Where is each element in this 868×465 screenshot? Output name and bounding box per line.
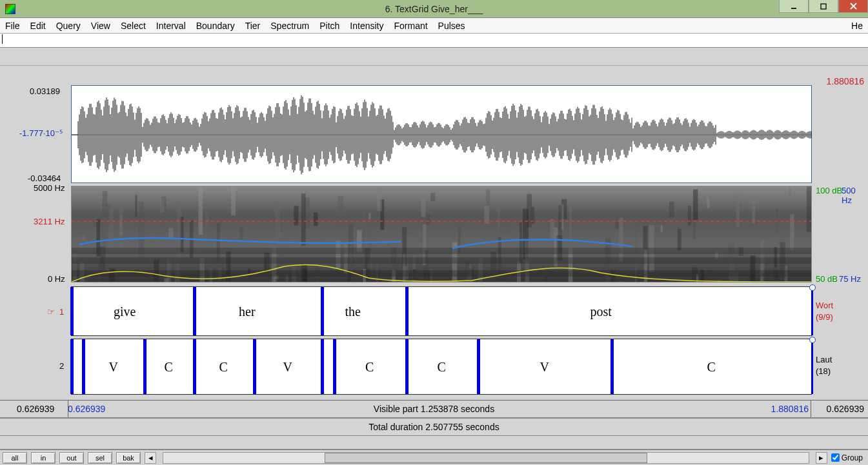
visible-end-time: 1.880816 [771, 404, 809, 414]
svg-rect-118 [82, 234, 85, 241]
tier-boundary[interactable] [321, 339, 324, 394]
svg-rect-73 [661, 225, 663, 232]
group-checkbox[interactable] [831, 453, 840, 462]
tier-boundary[interactable] [477, 339, 480, 394]
svg-rect-41 [135, 195, 137, 217]
scroll-right-arrow[interactable]: ▸ [816, 452, 827, 464]
right-panel: 100 dB 500 Hz 50 dB 75 Hz Wort (9/9) Lau… [813, 85, 868, 397]
tier1-count: (9/9) [816, 312, 833, 322]
svg-rect-143 [736, 194, 740, 227]
app-icon [5, 4, 15, 14]
spectrogram-pane[interactable] [71, 186, 812, 282]
svg-rect-154 [425, 250, 428, 282]
menu-pulses[interactable]: Pulses [438, 21, 465, 31]
tier-boundary[interactable] [193, 287, 196, 335]
waveform-pane[interactable] [71, 85, 812, 183]
svg-rect-141 [314, 212, 318, 226]
tier-boundary[interactable] [70, 339, 74, 394]
text-input-bar[interactable] [0, 34, 868, 48]
tier-boundary[interactable] [321, 287, 324, 335]
time-axis-total[interactable]: Total duration 2.507755 seconds [0, 418, 868, 436]
tier-2-segments[interactable]: VCCVCCVC [71, 339, 812, 395]
word-interval-label: her [239, 304, 256, 319]
svg-rect-148 [103, 217, 106, 250]
menu-help[interactable]: He [851, 21, 863, 31]
spacer-bar [0, 48, 868, 66]
tier-boundary[interactable] [611, 339, 614, 394]
svg-rect-76 [544, 277, 547, 282]
menu-query[interactable]: Query [56, 21, 81, 31]
segment-interval-label: V [109, 359, 118, 374]
time-axis-visible[interactable]: 0.626939 0.626939 Visible part 1.253878 … [0, 400, 868, 418]
scroll-left-arrow[interactable]: ◂ [145, 452, 156, 464]
visible-part-text: Visible part 1.253878 seconds [374, 404, 494, 414]
segment-interval-label: C [707, 359, 716, 374]
svg-rect-80 [161, 197, 166, 213]
zoom-bak-button[interactable]: bak [116, 452, 141, 464]
svg-rect-146 [550, 219, 554, 240]
zoom-out-button[interactable]: out [59, 452, 84, 464]
menu-view[interactable]: View [91, 21, 110, 31]
menu-select[interactable]: Select [121, 21, 146, 31]
svg-rect-160 [377, 188, 382, 212]
tier-boundary[interactable] [405, 287, 409, 335]
menu-formant[interactable]: Formant [394, 21, 427, 31]
pad-right-time: 0.626939 [827, 404, 864, 414]
svg-rect-70 [789, 188, 791, 203]
tier-boundary[interactable] [143, 339, 146, 394]
menu-boundary[interactable]: Boundary [196, 21, 235, 31]
menu-edit[interactable]: Edit [30, 21, 46, 31]
svg-rect-6 [239, 228, 243, 240]
svg-rect-96 [198, 188, 203, 235]
tier-boundary[interactable] [253, 339, 256, 394]
svg-rect-153 [558, 205, 561, 252]
spectro-freqmax: 5000 Hz [34, 183, 65, 193]
waveform-ymin: -0.03464 [28, 173, 61, 183]
tier1-end-marker[interactable] [809, 284, 816, 291]
zoom-in-button[interactable]: in [31, 452, 56, 464]
menu-interval[interactable]: Interval [156, 21, 186, 31]
svg-rect-129 [752, 197, 755, 224]
spectro-formant-cursor: 3211 Hz [34, 217, 65, 226]
svg-rect-16 [504, 221, 510, 233]
tier-boundary[interactable] [333, 339, 336, 394]
close-button[interactable] [838, 0, 868, 13]
tier-boundary[interactable] [405, 339, 409, 394]
menu-file[interactable]: File [5, 21, 20, 31]
window-controls [779, 0, 868, 18]
zoom-sel-button[interactable]: sel [88, 452, 112, 464]
minimize-button[interactable] [779, 0, 809, 13]
waveform-ycenter: -1.777·10⁻⁵ [19, 128, 63, 138]
tier-boundary[interactable] [70, 287, 74, 335]
visible-start-time: 0.626939 [68, 404, 105, 414]
tier-boundary[interactable] [82, 339, 85, 394]
group-checkbox-label[interactable]: Group [831, 453, 863, 462]
segment-interval-label: V [540, 359, 549, 374]
zoom-all-button[interactable]: all [3, 452, 27, 464]
svg-rect-125 [368, 213, 371, 219]
tier-1-words[interactable]: giveherthepost [71, 286, 812, 336]
spectro-freqmin: 0 Hz [48, 274, 65, 284]
svg-rect-36 [619, 217, 623, 262]
hand-icon: ☞ [47, 307, 55, 317]
scrollbar-track[interactable] [163, 452, 809, 464]
main-editor-area: 0.03189 -1.777·10⁻⁵ -0.03464 5000 Hz 321… [0, 85, 813, 397]
menu-tier[interactable]: Tier [245, 21, 261, 31]
tier-boundary[interactable] [193, 339, 196, 394]
svg-rect-34 [294, 206, 298, 225]
menu-pitch[interactable]: Pitch [319, 21, 339, 31]
scrollbar-thumb[interactable] [325, 453, 647, 463]
menu-spectrum[interactable]: Spectrum [270, 21, 309, 31]
menu-intensity[interactable]: Intensity [350, 21, 383, 31]
svg-rect-26 [336, 241, 340, 268]
svg-rect-1 [821, 4, 826, 9]
svg-rect-101 [669, 202, 674, 217]
tier1-name: Wort [816, 301, 833, 310]
tier2-index: 2 [59, 361, 64, 371]
segment-interval-label: V [283, 359, 292, 374]
tier2-end-marker[interactable] [809, 337, 816, 343]
maximize-button[interactable] [809, 0, 838, 13]
intensity-top: 100 dB [816, 186, 842, 195]
svg-rect-167 [72, 257, 812, 264]
svg-rect-90 [643, 226, 647, 248]
